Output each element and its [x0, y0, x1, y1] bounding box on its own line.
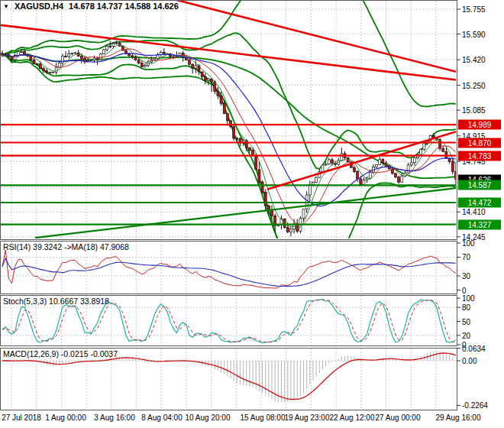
rsi-scale-label: 70: [462, 253, 470, 261]
time-axis-label: 19 Aug 23:00: [285, 413, 330, 422]
macd-scale-label: 0.00: [462, 357, 477, 365]
resistance-level-badge: 14.870: [458, 138, 501, 148]
macd-indicator-label: MACD(12,26,9) -0.0215 -0.0037: [3, 349, 118, 358]
time-axis-label: 3 Aug 16:00: [94, 413, 134, 422]
price-axis-label: 14.410: [462, 208, 486, 216]
rsi-indicator-label: RSI(14) 39.3242 ->MA(18) 47.9068: [3, 242, 129, 251]
time-axis-label: 8 Aug 04:00: [141, 413, 182, 422]
stoch-scale-label: 80: [462, 303, 470, 312]
price-axis-label: 15.755: [462, 5, 486, 14]
macd-scale-label: -0.2264: [462, 401, 488, 410]
chart-window: ▼ XAGUSD,H4 14.678 14.737 14.588 14.626 …: [0, 0, 504, 428]
rsi-scale-label: 0: [462, 286, 467, 294]
support-level-badge: 14.587: [458, 180, 501, 190]
time-axis-label: 27 Jul 2018: [2, 413, 41, 422]
stoch-indicator-label: Stoch(5,3,3) 10.6667 33.8918: [3, 297, 109, 306]
stoch-scale-label: 100: [462, 294, 475, 303]
chart-title-bar: ▼ XAGUSD,H4 14.678 14.737 14.588 14.626: [3, 2, 179, 11]
time-axis-label: 22 Aug 12:00: [330, 413, 375, 422]
symbol-label: XAGUSD,H4: [15, 2, 63, 11]
symbol-dropdown-icon[interactable]: ▼: [3, 2, 9, 11]
price-axis-label: 15.250: [462, 81, 486, 89]
ohlc-readout: 14.678 14.737 14.588 14.626: [69, 2, 179, 11]
rsi-scale-label: 30: [462, 272, 470, 280]
stoch-scale-label: 20: [462, 331, 470, 339]
rsi-scale-label: 100: [462, 239, 475, 248]
time-axis-label: 29 Aug 16:00: [436, 413, 481, 422]
time-axis-label: 27 Aug 00:00: [376, 413, 421, 422]
time-axis-label: 1 Aug 00:00: [45, 413, 86, 422]
price-axis-label: 15.085: [462, 106, 486, 115]
macd-scale-label: 0.0634: [462, 344, 486, 352]
time-axis-label: 10 Aug 20:00: [186, 413, 231, 422]
support-level-badge: 14.472: [458, 198, 501, 208]
support-level-badge: 14.327: [458, 219, 501, 229]
stoch-scale-label: 50: [462, 317, 470, 326]
price-axis-label: 15.590: [462, 30, 486, 38]
resistance-level-badge: 14.989: [458, 120, 501, 130]
resistance-level-badge: 14.783: [458, 151, 501, 160]
chart-canvas[interactable]: [0, 0, 504, 428]
time-axis-label: 15 Aug 08:00: [241, 413, 286, 422]
price-axis-label: 15.420: [462, 56, 486, 64]
